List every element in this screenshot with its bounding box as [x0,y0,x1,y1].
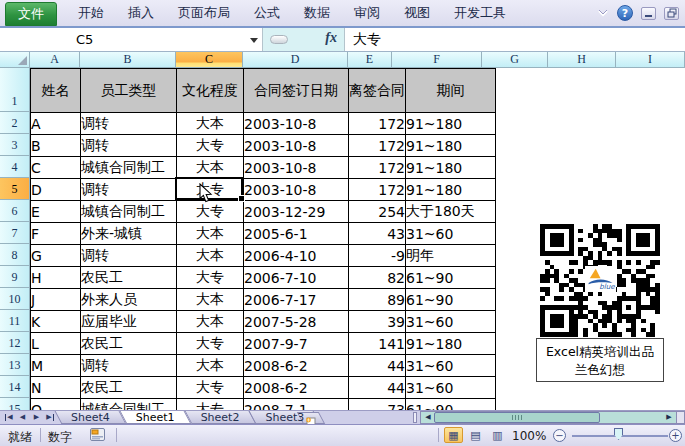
horizontal-scroll-thumb[interactable] [434,412,600,423]
cell[interactable]: 44 [349,355,406,377]
minimize-ribbon-chevron-icon[interactable] [597,9,609,17]
column-header-A[interactable]: A [30,52,80,68]
row-header-13[interactable]: 13 [0,354,30,376]
cell[interactable]: 大专 [177,201,244,223]
sheet-tab-sheet4[interactable]: Sheet4 [58,411,123,424]
cell[interactable]: L [31,333,81,355]
zoom-in-button[interactable]: + [669,429,682,442]
cell[interactable]: K [31,311,81,333]
column-header-E[interactable]: E [348,52,392,68]
row-header-7[interactable]: 7 [0,222,30,244]
cell[interactable]: 2008-7-1 [244,399,349,411]
cell[interactable]: 农民工 [81,377,177,399]
ribbon-tab-页面布局[interactable]: 页面布局 [166,0,242,26]
row-header-2[interactable]: 2 [0,112,30,134]
cell[interactable]: 91~180 [406,113,496,135]
cell[interactable]: 大本 [177,289,244,311]
name-box-dropdown-icon[interactable] [250,38,258,43]
cell[interactable]: 2008-6-2 [244,377,349,399]
cell[interactable]: 大专 [177,377,244,399]
ribbon-tab-开发工具[interactable]: 开发工具 [442,0,518,26]
cell[interactable]: 31~60 [406,311,496,333]
cell[interactable]: M [31,355,81,377]
cell[interactable]: 大专 [177,267,244,289]
row-header-4[interactable]: 4 [0,156,30,178]
cell[interactable]: 82 [349,267,406,289]
cell[interactable]: 172 [349,113,406,135]
cell[interactable]: 大专 [177,135,244,157]
cell[interactable]: 2003-10-8 [244,135,349,157]
cell[interactable]: 39 [349,311,406,333]
cell[interactable]: 31~60 [406,355,496,377]
ribbon-tab-开始[interactable]: 开始 [66,0,116,26]
row-header-14[interactable]: 14 [0,376,30,398]
ribbon-tab-视图[interactable]: 视图 [392,0,442,26]
row-header-6[interactable]: 6 [0,200,30,222]
cell[interactable]: J [31,289,81,311]
table-header-cell[interactable]: 文化程度 [177,69,244,113]
table-header-cell[interactable]: 员工类型 [81,69,177,113]
ribbon-tab-插入[interactable]: 插入 [116,0,166,26]
cell[interactable]: H [31,267,81,289]
cell[interactable]: 31~60 [406,377,496,399]
row-header-5[interactable]: 5 [0,178,30,200]
normal-view-button[interactable]: ▦ [444,427,463,443]
scroll-left-icon[interactable]: ◀ [422,412,434,423]
cell[interactable]: 2007-9-7 [244,333,349,355]
cell[interactable]: 外来-城镇 [81,223,177,245]
cell[interactable]: 大本 [177,245,244,267]
formula-input[interactable]: 大专 [353,28,381,51]
cell[interactable]: 2006-4-10 [244,245,349,267]
row-header-8[interactable]: 8 [0,244,30,266]
tab-split-handle[interactable] [413,412,417,423]
row-header-9[interactable]: 9 [0,266,30,288]
insert-function-icon[interactable]: fx [325,30,337,46]
column-header-F[interactable]: F [392,52,482,68]
column-header-D[interactable]: D [243,52,348,68]
ribbon-tab-审阅[interactable]: 审阅 [342,0,392,26]
row-header-1[interactable]: 1 [0,68,30,112]
zoom-out-button[interactable]: − [553,429,566,442]
cell[interactable]: 大专 [177,333,244,355]
cell[interactable]: 2006-7-10 [244,267,349,289]
page-break-view-button[interactable]: ▥ [488,427,507,443]
expand-formula-bar-button[interactable] [270,35,288,44]
table-header-cell[interactable]: 期间 [406,69,496,113]
cell[interactable]: 大专 [177,399,244,411]
cell[interactable]: 大本 [177,311,244,333]
cell[interactable]: 城镇合同制工 [81,157,177,179]
row-header-3[interactable]: 3 [0,134,30,156]
table-header-cell[interactable]: 合同签订日期 [244,69,349,113]
cell[interactable]: A [31,113,81,135]
cell[interactable]: 91~180 [406,333,496,355]
row-header-10[interactable]: 10 [0,288,30,310]
cell[interactable]: 172 [349,135,406,157]
cell[interactable]: 2003-10-8 [244,157,349,179]
cell[interactable]: 91~180 [406,135,496,157]
table-header-cell[interactable]: 姓名 [31,69,81,113]
cell[interactable]: 44 [349,377,406,399]
cell[interactable]: 大本 [177,355,244,377]
sheet-tab-sheet2[interactable]: Sheet2 [188,411,253,424]
cell[interactable]: 调转 [81,179,177,201]
cell[interactable]: 61~90 [406,267,496,289]
cell[interactable]: 2008-6-2 [244,355,349,377]
cell[interactable]: D [31,179,81,201]
cell[interactable]: N [31,377,81,399]
select-all-corner[interactable] [0,52,30,68]
cell[interactable]: 2003-12-29 [244,201,349,223]
row-header-15[interactable]: 15 [0,398,30,410]
cell[interactable]: 大本 [177,113,244,135]
cell[interactable]: C [31,157,81,179]
cell[interactable]: 43 [349,223,406,245]
cell[interactable]: 254 [349,201,406,223]
scroll-right-icon[interactable]: ▶ [663,412,675,423]
cell[interactable]: 应届毕业 [81,311,177,333]
cell[interactable]: 141 [349,333,406,355]
cell[interactable]: 明年 [406,245,496,267]
column-header-B[interactable]: B [80,52,176,68]
horizontal-scrollbar[interactable]: ◀ ▶ [420,411,685,424]
name-box[interactable]: C5 [0,28,246,51]
cell[interactable]: 91~180 [406,157,496,179]
row-header-12[interactable]: 12 [0,332,30,354]
